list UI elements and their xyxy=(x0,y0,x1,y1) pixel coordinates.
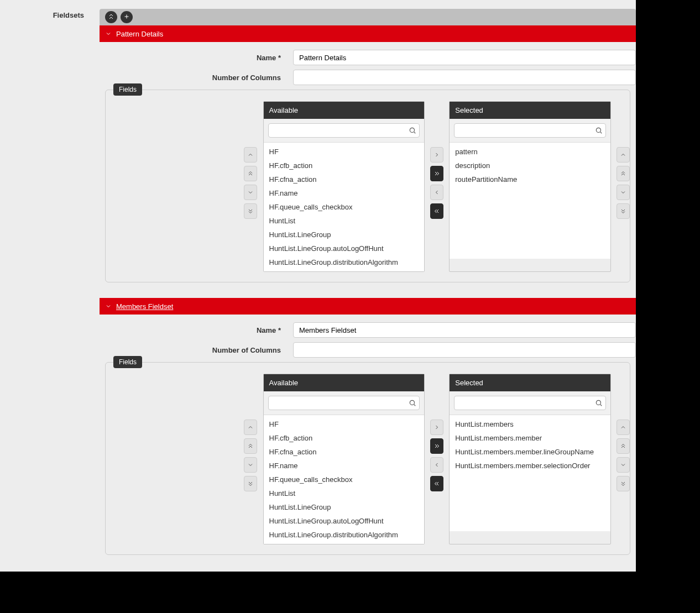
list-item[interactable]: HF.queue_calls_checkbox xyxy=(264,473,424,486)
section-header[interactable]: Members Fieldset xyxy=(100,298,636,315)
list-item[interactable]: description xyxy=(450,159,610,172)
svg-line-5 xyxy=(600,132,602,134)
selected-list: patterndescriptionroutePartitionName xyxy=(450,143,610,259)
list-item[interactable]: HuntList.LineGroup xyxy=(264,500,424,514)
transfer-buttons xyxy=(430,101,444,272)
order-buttons xyxy=(617,374,630,544)
fieldsets-toolbar xyxy=(100,9,636,25)
order-bottom-button[interactable] xyxy=(617,203,630,219)
order-top-button[interactable] xyxy=(617,166,630,181)
available-scroll-up-button[interactable] xyxy=(244,420,257,435)
list-item[interactable]: HuntList xyxy=(264,214,424,228)
list-item[interactable]: HuntList.members.member xyxy=(450,431,610,445)
available-scroll-bottom-button[interactable] xyxy=(244,476,257,491)
order-down-button[interactable] xyxy=(617,185,630,200)
available-scroll-down-button[interactable] xyxy=(244,457,257,473)
list-item[interactable]: HF xyxy=(264,145,424,159)
svg-point-6 xyxy=(410,400,414,405)
available-scroll-down-button[interactable] xyxy=(244,185,257,200)
sidebar-label: Fieldsets xyxy=(0,11,100,19)
list-item[interactable]: routePartitionName xyxy=(450,172,610,186)
available-header: Available xyxy=(264,102,424,119)
available-list: HFHF.cfb_actionHF.cfna_actionHF.nameHF.q… xyxy=(264,415,424,544)
search-icon xyxy=(595,127,603,134)
list-item[interactable]: HF.cfb_action xyxy=(264,431,424,445)
available-search-wrap xyxy=(264,391,424,415)
num-cols-label: Number of Columns xyxy=(100,346,293,354)
order-top-button[interactable] xyxy=(617,438,630,454)
collapse-all-button[interactable] xyxy=(105,11,117,23)
move-all-right-button[interactable] xyxy=(430,438,443,454)
selected-search-input[interactable] xyxy=(454,123,605,138)
plus-icon xyxy=(123,13,130,21)
section-body: Name *Number of ColumnsFieldsAvailableHF… xyxy=(100,42,636,282)
add-fieldset-button[interactable] xyxy=(121,11,133,23)
section-title-link[interactable]: Members Fieldset xyxy=(116,302,173,311)
move-left-button[interactable] xyxy=(430,457,443,473)
move-all-right-button[interactable] xyxy=(430,166,443,181)
order-buttons xyxy=(617,101,630,272)
available-panel: AvailableHFHF.cfb_actionHF.cfna_actionHF… xyxy=(263,374,425,544)
search-icon xyxy=(409,127,416,134)
section-title: Pattern Details xyxy=(116,30,163,38)
available-search-input[interactable] xyxy=(268,396,420,410)
list-item[interactable]: HuntList.LineGroup.distributionAlgorithm xyxy=(264,528,424,542)
list-item[interactable]: HF.cfb_action xyxy=(264,159,424,172)
fields-tag: Fields xyxy=(113,356,142,368)
collapse-all-icon xyxy=(108,13,114,21)
list-item[interactable]: HF.queue_calls_checkbox xyxy=(264,200,424,214)
list-item[interactable]: HuntList.LineGroup.autoLogOffHunt xyxy=(264,514,424,528)
list-item[interactable]: HuntList.LineGroup.autoLogOffHunt xyxy=(264,242,424,255)
available-scroll-top-button[interactable] xyxy=(244,438,257,454)
move-right-button[interactable] xyxy=(430,147,443,163)
selected-header: Selected xyxy=(450,102,610,119)
num-cols-input[interactable] xyxy=(293,70,636,85)
list-item[interactable]: HF.name xyxy=(264,459,424,473)
num-cols-label: Number of Columns xyxy=(100,74,293,82)
svg-line-9 xyxy=(600,405,602,406)
list-item[interactable]: HF.cfna_action xyxy=(264,172,424,186)
fields-tag: Fields xyxy=(113,83,142,96)
selected-search-wrap xyxy=(450,391,610,415)
search-icon xyxy=(595,399,603,407)
order-up-button[interactable] xyxy=(617,147,630,163)
list-item[interactable]: HuntList.members.member.selectionOrder xyxy=(450,459,610,473)
name-input[interactable] xyxy=(293,50,636,65)
num-cols-input[interactable] xyxy=(293,342,636,358)
name-input[interactable] xyxy=(293,322,636,338)
list-item[interactable]: HuntList.LineGroup.distributionAlgorithm xyxy=(264,255,424,269)
order-bottom-button[interactable] xyxy=(617,476,630,491)
available-scroll-top-button[interactable] xyxy=(244,166,257,181)
available-scroll-bottom-button[interactable] xyxy=(244,203,257,219)
list-item[interactable]: HuntList.members xyxy=(450,417,610,431)
chevron-down-icon xyxy=(105,303,112,310)
svg-line-3 xyxy=(414,132,415,134)
name-label: Name * xyxy=(100,326,293,334)
list-item[interactable]: HF.cfna_action xyxy=(264,445,424,459)
move-all-left-button[interactable] xyxy=(430,476,443,491)
available-search-input[interactable] xyxy=(268,123,420,138)
selected-search-input[interactable] xyxy=(454,396,605,410)
list-item[interactable]: HF xyxy=(264,417,424,431)
order-down-button[interactable] xyxy=(617,457,630,473)
selected-list: HuntList.membersHuntList.members.memberH… xyxy=(450,415,610,531)
move-all-left-button[interactable] xyxy=(430,203,443,219)
selected-search-wrap xyxy=(450,119,610,143)
list-item[interactable]: HuntList xyxy=(264,486,424,500)
move-right-button[interactable] xyxy=(430,420,443,435)
transfer-buttons xyxy=(430,374,444,544)
available-list: HFHF.cfb_actionHF.cfna_actionHF.nameHF.q… xyxy=(264,143,424,271)
section-header[interactable]: Pattern Details xyxy=(100,25,636,42)
selected-header: Selected xyxy=(450,374,610,391)
search-icon xyxy=(409,399,416,407)
move-left-button[interactable] xyxy=(430,185,443,200)
list-item[interactable]: pattern xyxy=(450,145,610,159)
svg-point-8 xyxy=(596,400,600,405)
list-item[interactable]: HuntList.members.member.lineGroupName xyxy=(450,445,610,459)
available-scroll-up-button[interactable] xyxy=(244,147,257,163)
fields-fieldset: FieldsAvailableHFHF.cfb_actionHF.cfna_ac… xyxy=(105,362,630,555)
available-header: Available xyxy=(264,374,424,391)
list-item[interactable]: HuntList.LineGroup xyxy=(264,228,424,242)
order-up-button[interactable] xyxy=(617,420,630,435)
list-item[interactable]: HF.name xyxy=(264,186,424,200)
